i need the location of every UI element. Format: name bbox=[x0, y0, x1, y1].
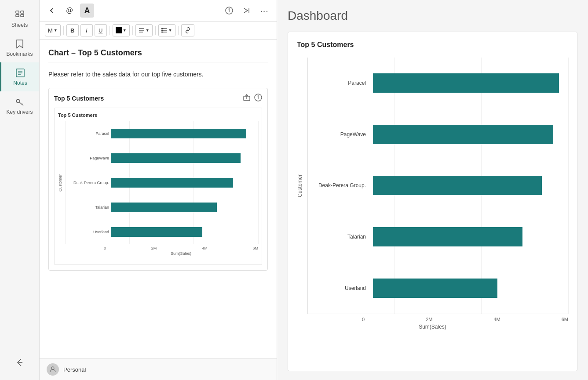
mention-button[interactable]: @ bbox=[62, 4, 77, 18]
small-bar-track bbox=[111, 203, 258, 212]
italic-button[interactable]: I bbox=[80, 24, 93, 36]
sidebar-item-bookmarks[interactable]: Bookmarks bbox=[0, 33, 39, 62]
small-bar-label: Deak-Perera Group. bbox=[65, 181, 109, 185]
personal-bar: Personal bbox=[40, 358, 277, 380]
color-button[interactable]: ▼ bbox=[113, 24, 130, 36]
sidebar-item-notes[interactable]: Notes bbox=[0, 62, 39, 91]
note-content[interactable]: Chart – Top 5 Customers Pleaser refer to… bbox=[40, 40, 277, 358]
sidebar-label-bookmarks: Bookmarks bbox=[6, 51, 33, 57]
small-bar-label: Paracel bbox=[65, 131, 109, 136]
large-chart: Customer ParacelPageWaveDeak-Perera Grou… bbox=[297, 58, 568, 330]
underline-button[interactable]: U bbox=[95, 24, 107, 36]
small-bar-fill bbox=[111, 178, 233, 188]
small-bar-row: Userland bbox=[65, 224, 258, 240]
right-panel: Dashboard Top 5 Customers Customer Parac… bbox=[277, 0, 588, 380]
small-tick: 4M bbox=[202, 246, 208, 250]
small-bar-track bbox=[111, 129, 258, 138]
dashboard-card: Top 5 Customers Customer ParacelPageWave… bbox=[288, 32, 577, 371]
small-bar-row: Paracel bbox=[65, 125, 258, 142]
small-chart-title: Top 5 Customers bbox=[58, 112, 258, 118]
collapse-icon bbox=[15, 357, 25, 368]
color-chevron: ▼ bbox=[123, 28, 127, 33]
small-chart-xaxis: 02M4M6M bbox=[58, 246, 258, 250]
info-button[interactable] bbox=[222, 4, 236, 18]
small-tick: 2M bbox=[151, 246, 157, 250]
large-bar-row: Talarian bbox=[308, 219, 568, 254]
svg-point-8 bbox=[16, 99, 20, 103]
link-button[interactable] bbox=[181, 24, 194, 36]
small-chart: Top 5 Customers Customer ParacelPageWave… bbox=[54, 108, 262, 265]
chart-card: Top 5 Customers Top 5 Customers Customer bbox=[48, 88, 268, 271]
large-chart-ylabel: Customer bbox=[297, 58, 306, 314]
small-tick: 6M bbox=[252, 246, 258, 250]
large-bar-row: Deak-Perera Group. bbox=[308, 168, 568, 203]
color-swatch bbox=[116, 27, 122, 33]
info-circle-icon[interactable] bbox=[254, 94, 262, 103]
sidebar-label-notes: Notes bbox=[13, 80, 27, 86]
sep-5 bbox=[178, 26, 179, 35]
small-bar-fill bbox=[111, 227, 202, 237]
small-chart-xlabel: Sum(Sales) bbox=[58, 251, 258, 256]
large-bar-label: Talarian bbox=[308, 234, 369, 240]
small-bar-label: Userland bbox=[65, 230, 109, 234]
svg-point-22 bbox=[161, 28, 162, 29]
notes-icon bbox=[15, 68, 26, 78]
mode-selector[interactable]: M ▼ bbox=[45, 24, 61, 36]
mode-chevron: ▼ bbox=[54, 28, 58, 33]
link-icon bbox=[184, 27, 191, 33]
back-button[interactable] bbox=[45, 4, 59, 18]
list-chevron: ▼ bbox=[168, 28, 172, 33]
svg-point-29 bbox=[258, 96, 259, 97]
font-button[interactable]: A bbox=[80, 4, 94, 18]
large-bar-fill bbox=[373, 73, 559, 93]
list-button[interactable]: ▼ bbox=[158, 24, 175, 36]
sidebar-collapse[interactable] bbox=[0, 352, 39, 373]
format-toolbar: M ▼ B I U ▼ ▼ ▼ bbox=[40, 22, 277, 40]
chart-card-header: Top 5 Customers bbox=[54, 94, 262, 103]
large-bar-track bbox=[373, 73, 565, 93]
sidebar-item-key-drivers[interactable]: Key drivers bbox=[0, 91, 39, 120]
large-bar-label: Userland bbox=[308, 285, 369, 291]
large-bar-label: Deak-Perera Group. bbox=[308, 182, 369, 188]
small-bar-row: PageWave bbox=[65, 150, 258, 166]
middle-panel: @ A ··· M ▼ B I U ▼ bbox=[40, 0, 277, 380]
svg-rect-1 bbox=[21, 11, 24, 13]
large-chart-xaxis: 02M4M6M bbox=[297, 317, 568, 322]
large-tick: 2M bbox=[426, 317, 432, 322]
large-chart-xlabel: Sum(Sales) bbox=[297, 324, 568, 330]
bold-button[interactable]: B bbox=[66, 24, 79, 36]
dashboard-title: Dashboard bbox=[288, 9, 577, 23]
large-bar-label: PageWave bbox=[308, 131, 369, 138]
underline-label: U bbox=[99, 27, 102, 34]
small-tick: 0 bbox=[104, 246, 106, 250]
small-chart-ylabel: Customer bbox=[58, 121, 64, 244]
small-chart-body: ParacelPageWaveDeak-Perera Group.Talaria… bbox=[65, 121, 258, 244]
svg-point-30 bbox=[51, 367, 54, 369]
svg-point-23 bbox=[161, 30, 162, 31]
bold-label: B bbox=[70, 27, 74, 34]
export-icon[interactable] bbox=[243, 94, 251, 103]
svg-line-9 bbox=[19, 102, 23, 105]
sep-3 bbox=[132, 26, 133, 35]
large-tick: 6M bbox=[562, 317, 568, 322]
large-bar-track bbox=[373, 176, 565, 195]
mode-label: M bbox=[48, 27, 53, 34]
large-tick: 4M bbox=[493, 317, 500, 322]
list-icon bbox=[161, 27, 168, 33]
align-button[interactable]: ▼ bbox=[135, 24, 153, 36]
large-bar-row: Paracel bbox=[308, 65, 568, 101]
small-bar-fill bbox=[111, 129, 246, 138]
sep-1 bbox=[63, 26, 64, 35]
sidebar-item-sheets[interactable]: Sheets bbox=[0, 4, 39, 33]
svg-rect-0 bbox=[16, 11, 19, 13]
dashboard-card-title: Top 5 Customers bbox=[297, 41, 568, 49]
more-button[interactable]: ··· bbox=[257, 4, 271, 18]
bookmark-icon bbox=[15, 39, 25, 49]
toolbar-top: @ A ··· bbox=[40, 0, 277, 22]
large-bar-fill bbox=[373, 279, 497, 298]
small-bar-row: Deak-Perera Group. bbox=[65, 174, 258, 191]
skip-button[interactable] bbox=[240, 4, 254, 18]
large-bar-track bbox=[373, 227, 565, 246]
personal-label: Personal bbox=[63, 366, 86, 373]
key-icon bbox=[15, 97, 25, 107]
